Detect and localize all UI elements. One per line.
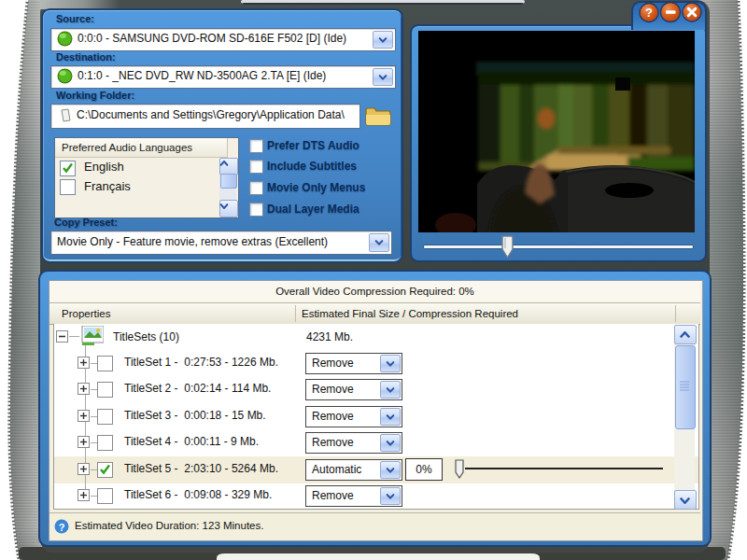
svg-text:?: ? [59,522,65,533]
svg-text:?: ? [645,6,653,20]
